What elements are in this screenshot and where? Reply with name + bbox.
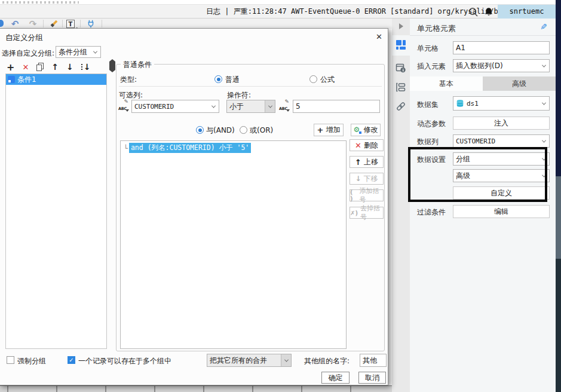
add-button-label: 增加: [326, 125, 340, 135]
radio-type-normal-label: 普通: [225, 75, 240, 85]
collapse-panel-icon[interactable]: [399, 23, 403, 29]
condition-file-icon: [8, 76, 15, 83]
other-group-name-input[interactable]: 其他: [360, 354, 387, 367]
group-select-label: 选择自定义分组:: [2, 47, 54, 59]
cell-ref-input[interactable]: A1: [453, 41, 550, 54]
insert-element-value: 插入数据列(D): [453, 61, 549, 71]
remove-parentheses-icon: ✗): [350, 210, 358, 216]
abc-caret: [286, 109, 290, 112]
other-group-name-label: 其他组的名字:: [304, 356, 350, 366]
add-parentheses-button[interactable]: ( ) 添加括号: [350, 189, 384, 201]
inject-button[interactable]: 注入: [453, 117, 550, 130]
insert-element-select[interactable]: 插入数据列(D): [453, 59, 550, 72]
value-type-abc-icon[interactable]: ✎ ABC: [279, 100, 290, 113]
edit-pencil-icon[interactable]: ✎: [540, 22, 547, 32]
search-icon[interactable]: [468, 7, 479, 17]
right-dock-strip: [392, 19, 410, 392]
operator-label: 操作符:: [227, 90, 251, 100]
cell-element-panel: 单元格元素 ✎ 单元格 A1 插入元素 插入数据列(D) 基本 高级 数据集 d…: [410, 19, 556, 392]
column-select[interactable]: CUSTOMERID: [131, 100, 219, 113]
modify-button-label: 修改: [364, 125, 378, 135]
chevron-down-icon: [281, 354, 291, 366]
app-window: 日志 | 严重:11:28:47 AWT-EventQueue-0 ERROR …: [0, 0, 561, 392]
move-down-button[interactable]: ↓ 下移: [350, 173, 384, 185]
operator-select[interactable]: 小于: [226, 100, 275, 113]
log-label: 日志: [206, 7, 220, 16]
cancel-button[interactable]: 取消: [358, 372, 386, 384]
text-tool-glyph: T: [66, 20, 75, 28]
window-edge-strip: [556, 0, 561, 392]
modify-button[interactable]: ⚙ 修改: [351, 124, 381, 136]
format-painter-icon[interactable]: [48, 19, 60, 29]
force-group-checkbox[interactable]: [7, 356, 14, 364]
copy-condition-icon[interactable]: [36, 62, 44, 72]
radio-type-normal[interactable]: [214, 75, 222, 83]
user-account-button[interactable]: snrtuemc: [498, 5, 556, 19]
toolbar-separator: [102, 20, 102, 27]
tab-basic[interactable]: 基本: [410, 76, 483, 91]
delete-condition-icon[interactable]: ✕: [22, 62, 29, 72]
dataset-label: 数据集: [417, 100, 439, 110]
add-button[interactable]: + 增加: [314, 124, 344, 136]
text-tool-icon[interactable]: T: [65, 19, 76, 29]
chevron-down-icon: [539, 97, 549, 110]
copy-glyph: [36, 63, 44, 71]
divider: [119, 86, 382, 87]
cell-element-dock-icon[interactable]: [396, 39, 406, 50]
column-type-abc-icon[interactable]: ✎ ABC: [118, 100, 129, 113]
group-type-select[interactable]: 条件分组: [56, 46, 101, 58]
data-settings-select-2[interactable]: 高级: [453, 169, 550, 182]
data-settings-value-1: 分组: [453, 154, 549, 164]
sort-glyph: ↓: [81, 62, 91, 72]
merge-others-value: 把其它所有的合并: [207, 356, 291, 366]
list-item-condition1[interactable]: 条件1: [6, 74, 106, 85]
delete-x-icon: ✕: [355, 141, 361, 150]
data-column-select[interactable]: CUSTOMERID: [453, 134, 550, 148]
value-input[interactable]: 5: [293, 100, 380, 113]
radio-or[interactable]: [240, 126, 247, 134]
multi-group-checkbox[interactable]: ✓: [68, 356, 75, 364]
ok-button[interactable]: 确定: [321, 372, 350, 384]
widget-settings-dock-icon[interactable]: [396, 82, 406, 93]
custom-grouping-dialog: 自定义分组 ✕ 选择自定义分组: 条件分组 + ✕ ↑ ↓ ↓: [0, 28, 388, 385]
condition-expression-item[interactable]: └ and (列名:CUSTOMERID) 小于 '5': [124, 143, 251, 153]
cell-label: 单元格: [417, 44, 439, 54]
bell-icon[interactable]: [483, 7, 494, 17]
move-up-icon[interactable]: ↑: [51, 62, 59, 72]
data-settings-select-1[interactable]: 分组: [453, 152, 550, 166]
plugin-icon[interactable]: [85, 19, 97, 29]
redo-icon[interactable]: ↷: [26, 19, 39, 29]
splitter-handle[interactable]: [109, 62, 114, 79]
undo-icon[interactable]: ↶: [8, 19, 22, 29]
cell-attribute-dock-icon[interactable]: [396, 63, 406, 74]
gear-icon: ⚙: [354, 126, 361, 134]
custom-button[interactable]: 自定义: [453, 186, 550, 200]
abc-pencil-glyph: ✎: [124, 99, 128, 105]
condition-item-label: 条件1: [17, 75, 36, 85]
move-up-button-label: 上移: [364, 157, 378, 167]
chevron-down-icon: [209, 100, 219, 112]
condition-expression-text: and (列名:CUSTOMERID) 小于 '5': [129, 143, 251, 153]
tab-advanced[interactable]: 高级: [483, 76, 556, 91]
plus-icon: +: [317, 125, 324, 134]
splitter-right-icon: [112, 59, 115, 72]
fieldset-legend: 普通条件: [121, 60, 154, 70]
move-up-button[interactable]: ↑ 上移: [350, 156, 384, 168]
dataset-value: ds1: [464, 100, 549, 108]
insert-element-label: 插入元素: [417, 62, 446, 72]
dataset-select[interactable]: ds1: [453, 96, 550, 111]
merge-others-select[interactable]: 把其它所有的合并: [207, 354, 292, 367]
move-down-icon[interactable]: ↓: [66, 62, 73, 72]
filter-label: 过滤条件: [417, 207, 446, 218]
radio-type-formula[interactable]: [309, 75, 317, 83]
remove-parentheses-button[interactable]: ✗) 去掉括号: [350, 207, 384, 219]
hyperlink-dock-icon[interactable]: [396, 101, 406, 112]
add-condition-icon[interactable]: +: [7, 62, 14, 72]
sort-icon[interactable]: ↓: [81, 62, 91, 72]
edit-filter-button[interactable]: 编辑: [453, 205, 550, 218]
dynamic-params-label: 动态参数: [417, 119, 446, 129]
close-icon[interactable]: ✕: [374, 32, 384, 42]
delete-button[interactable]: ✕ 删除: [350, 139, 384, 151]
remove-parentheses-label: 去掉括号: [360, 204, 383, 222]
radio-and[interactable]: [196, 126, 204, 134]
